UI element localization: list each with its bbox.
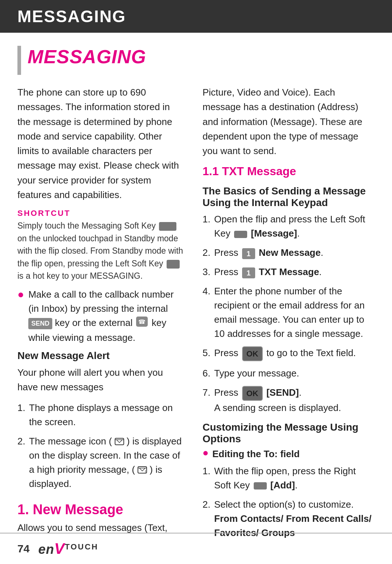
italic-title: MESSAGING bbox=[28, 46, 146, 68]
header-title: MESSAGING bbox=[17, 7, 126, 26]
svg-text:!: ! bbox=[145, 470, 146, 474]
editing-to-field-label: Editing the To: field bbox=[212, 447, 300, 461]
editing-bullet-dot: ● bbox=[203, 447, 209, 459]
italic-section: MESSAGING bbox=[0, 33, 392, 75]
basics-list: 1. Open the flip and press the Left Soft… bbox=[203, 212, 375, 415]
shortcut-label: SHORTCUT bbox=[17, 209, 184, 218]
footer-brand: enVTOUCH bbox=[38, 540, 98, 557]
txt-message-heading: 1.1 TXT Message bbox=[203, 165, 375, 178]
brand-en: en bbox=[38, 542, 54, 557]
message-icon bbox=[115, 438, 124, 446]
basics-step-5: 5. Press OK to go to the Text field. bbox=[203, 346, 375, 361]
brand-v: V bbox=[54, 540, 65, 557]
basics-step-6: 6. Type your message. bbox=[203, 366, 375, 380]
bullet-dot: ● bbox=[17, 288, 24, 301]
send-key-icon: SEND bbox=[28, 318, 52, 329]
basics-step-3: 3. Press 1 TXT Message. bbox=[203, 265, 375, 279]
priority-message-icon: ! bbox=[138, 466, 147, 474]
svg-text:☎: ☎ bbox=[138, 319, 146, 325]
ok-btn-step5: OK bbox=[242, 346, 263, 361]
editing-step-1: 1. With the flip open, press the Right S… bbox=[203, 464, 375, 492]
shortcut-text: Simply touch the Messaging Soft Key on t… bbox=[17, 219, 184, 282]
new-message-alert-body: Your phone will alert you when you have … bbox=[17, 365, 184, 395]
phone-key-icon: ☎ bbox=[136, 317, 148, 331]
header-bar: MESSAGING bbox=[0, 0, 392, 33]
footer: 74 enVTOUCH bbox=[0, 533, 392, 564]
basics-step-7: 7. Press OK [SEND].A sending screen is d… bbox=[203, 386, 375, 415]
messaging-softkey-icon bbox=[159, 222, 176, 231]
alert-list-item-1: 1. The phone displays a message on the s… bbox=[17, 401, 184, 429]
svg-rect-2 bbox=[115, 438, 124, 445]
editing-list: 1. With the flip open, press the Right S… bbox=[203, 464, 375, 540]
right-column: Picture, Video and Voice). Each message … bbox=[199, 85, 375, 545]
basics-step-1: 1. Open the flip and press the Left Soft… bbox=[203, 212, 375, 241]
bullet-text: Make a call to the callback number (in I… bbox=[28, 287, 184, 345]
two-column-layout: The phone can store up to 690 messages. … bbox=[0, 85, 392, 545]
accent-bar bbox=[17, 46, 21, 75]
basics-heading: The Basics of Sending a Message Using th… bbox=[203, 185, 375, 209]
bullet-callback: ● Make a call to the callback number (in… bbox=[17, 287, 184, 345]
page-container: MESSAGING MESSAGING The phone can store … bbox=[0, 0, 392, 564]
ok-btn-step7: OK bbox=[242, 386, 263, 401]
brand-touch: TOUCH bbox=[65, 542, 98, 551]
intro-paragraph: The phone can store up to 690 messages. … bbox=[17, 85, 184, 202]
alert-list-item-2: 2. The message icon ( ) is displayed on … bbox=[17, 434, 184, 491]
new-message-alert-heading: New Message Alert bbox=[17, 350, 184, 362]
customizing-heading: Customizing the Message Using Options bbox=[203, 422, 375, 445]
key-1-step3: 1 bbox=[242, 267, 255, 278]
left-column: The phone can store up to 690 messages. … bbox=[17, 85, 199, 545]
key-1-step2: 1 bbox=[242, 248, 255, 259]
basics-step-4: 4. Enter the phone number of the recipie… bbox=[203, 284, 375, 341]
right-softkey-editing bbox=[254, 482, 267, 490]
left-softkey-step1 bbox=[234, 231, 247, 238]
footer-page-number: 74 bbox=[17, 543, 29, 555]
new-message-section-heading: 1. New Message bbox=[17, 502, 184, 517]
alert-list: 1. The phone displays a message on the s… bbox=[17, 401, 184, 491]
basics-step-2: 2. Press 1 New Message. bbox=[203, 246, 375, 260]
left-softkey-icon bbox=[167, 260, 180, 269]
editing-to-field-bullet: ● Editing the To: field bbox=[203, 447, 375, 461]
right-intro-para: Picture, Video and Voice). Each message … bbox=[203, 85, 375, 158]
